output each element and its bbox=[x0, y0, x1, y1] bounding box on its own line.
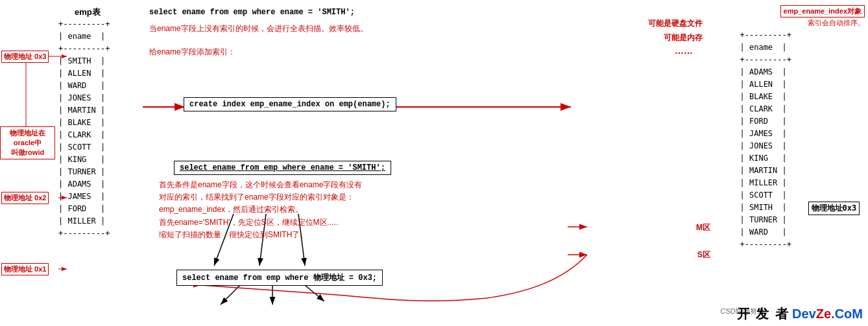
idx-header: | ename | bbox=[740, 41, 791, 54]
desc3-text: 首先条件是ename字段，这个时候会查看ename字段有没有 对应的索引，结果找… bbox=[159, 179, 362, 241]
idx-row-smith: | SMITH | 物理地址0x3 bbox=[740, 202, 791, 214]
emp-table-title: emp表 bbox=[75, 6, 101, 18]
idx-sep-bot: +---------+ bbox=[740, 239, 791, 251]
rowid-line1: 物理地址在 bbox=[3, 128, 52, 138]
emp-sep-mid: +---------+ bbox=[58, 43, 110, 55]
emp-row-scott: | SCOTT | bbox=[58, 141, 110, 154]
desc2-text: 给ename字段添加索引： bbox=[149, 47, 235, 58]
idx-row-scott: | SCOTT | bbox=[740, 189, 791, 202]
emp-row-clark: | CLARK | bbox=[58, 129, 110, 141]
desc3-line4: 首先ename='SMITH'，先定位S区，继续定位M区..... bbox=[159, 216, 362, 229]
desc3-line3: emp_ename_index，然后通过索引检索。 bbox=[159, 204, 362, 216]
idx-row-ward: | WARD | bbox=[740, 226, 791, 239]
emp-row-smith: | SMITH | bbox=[58, 55, 110, 67]
idx-sep-top: +---------+ bbox=[740, 29, 791, 41]
emp-row-miller: | MILLER | bbox=[58, 215, 110, 227]
idx-row-king: | KING | bbox=[740, 152, 791, 165]
watermark-container: 开 发 者 DevZe.CoM bbox=[737, 305, 863, 323]
emp-sep-top: +---------+ bbox=[58, 18, 110, 30]
idx-row-clark: | CLARK | bbox=[740, 103, 791, 115]
idx-row-adams: | ADAMS | bbox=[740, 66, 791, 78]
m-area-label: M区 bbox=[696, 222, 710, 233]
emp-row-james: | JAMES | bbox=[58, 191, 110, 203]
emp-row-blake: | BLAKE | bbox=[58, 117, 110, 129]
emp-header: | ename | bbox=[58, 30, 110, 43]
index-obj-label: emp_ename_index对象 bbox=[780, 5, 865, 17]
sql1-text: select ename from emp where ename = 'SMI… bbox=[149, 8, 355, 17]
emp-row-martin: | MARTIN | bbox=[58, 104, 110, 117]
phys-addr-0x2: 物理地址 0x2 bbox=[1, 192, 49, 204]
emp-sep-bot: +---------+ bbox=[58, 227, 110, 240]
idx-row-turner: | TURNER | bbox=[740, 214, 791, 226]
watermark-brand: DevZe.CoM bbox=[792, 307, 863, 321]
page-container: emp表 +---------+ | ename | +---------+ |… bbox=[0, 0, 868, 326]
phys-addr-0x3: 物理地址 0x3 bbox=[1, 51, 49, 63]
emp-row-jones: | JONES | bbox=[58, 92, 110, 104]
idx-row-martin: | MARTIN | bbox=[740, 165, 791, 177]
idx-row-allen: | ALLEN | bbox=[740, 78, 791, 91]
maybe-memory-label: 可能是内存 bbox=[664, 32, 703, 43]
idx-row-ford: | FORD | bbox=[740, 115, 791, 128]
idx-row-jones: | JONES | bbox=[740, 140, 791, 152]
index-sort-label: 索引会自动排序。 bbox=[808, 18, 865, 28]
ellipsis-label: …… bbox=[675, 45, 693, 56]
maybe-disk-label: 可能是硬盘文件 bbox=[648, 18, 703, 29]
idx-row-blake: | BLAKE | bbox=[740, 91, 791, 103]
idx-sep-mid: +---------+ bbox=[740, 54, 791, 66]
emp-row-allen: | ALLEN | bbox=[58, 67, 110, 80]
rowid-line3: 叫做rowid bbox=[3, 148, 52, 157]
desc3-line2: 对应的索引，结果找到了ename字段对应的索引对象是： bbox=[159, 191, 362, 204]
smith-phys-label: 物理地址0x3 bbox=[808, 202, 860, 215]
idx-row-miller: | MILLER | bbox=[740, 177, 791, 189]
emp-row-ford: | FORD | bbox=[58, 203, 110, 215]
phys-addr-0x1: 物理地址 0x1 bbox=[1, 263, 49, 275]
emp-row-adams: | ADAMS | bbox=[58, 178, 110, 191]
emp-table: +---------+ | ename | +---------+ | SMIT… bbox=[58, 18, 110, 240]
emp-row-turner: | TURNER | bbox=[58, 166, 110, 178]
sql2-box: select ename from emp where ename = 'SMI… bbox=[174, 161, 391, 175]
index-table: +---------+ | ename | +---------+ | ADAM… bbox=[740, 29, 791, 251]
desc1-text: 当ename字段上没有索引的时候，会进行全表扫描。效率较低。 bbox=[149, 23, 368, 34]
desc3-line1: 首先条件是ename字段，这个时候会查看ename字段有没有 bbox=[159, 179, 362, 191]
watermark-open: 开 发 者 bbox=[737, 305, 790, 323]
idx-row-james: | JAMES | bbox=[740, 128, 791, 140]
emp-row-king: | KING | bbox=[58, 154, 110, 166]
create-index-box: create index emp_ename_index on emp(enam… bbox=[184, 97, 396, 111]
arrows-overlay bbox=[0, 0, 868, 326]
svg-line-12 bbox=[305, 285, 324, 301]
desc3-line5: 缩短了扫描的数量，很快定位到SMITH了。 bbox=[159, 229, 362, 241]
emp-row-ward: | WARD | bbox=[58, 80, 110, 92]
rowid-line2: oracle中 bbox=[3, 138, 52, 148]
rowid-explanation: 物理地址在 oracle中 叫做rowid bbox=[0, 126, 55, 159]
sql3-box: select ename from emp where 物理地址 = 0x3; bbox=[176, 270, 383, 286]
svg-line-10 bbox=[221, 285, 240, 305]
s-area-label: S区 bbox=[697, 250, 710, 261]
